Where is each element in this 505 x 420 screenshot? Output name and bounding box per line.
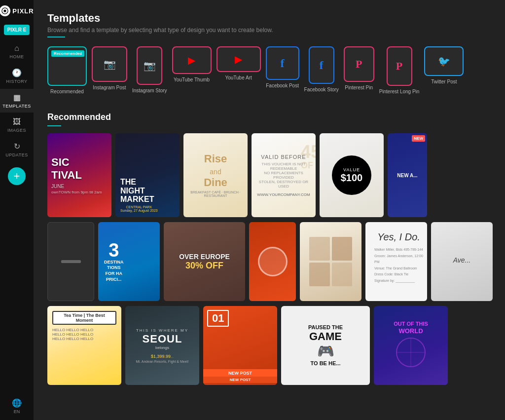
type-label-recommended: Recommended bbox=[50, 89, 84, 94]
sidebar-item-history[interactable]: 🕐 HISTORY bbox=[0, 64, 34, 88]
language-selector[interactable]: 🌐 EN bbox=[12, 398, 22, 414]
language-label: EN bbox=[14, 409, 20, 414]
template-rise-dine[interactable]: RiseandDine BREAKFAST CAFÉ · BRUNCH · RE… bbox=[183, 133, 248, 217]
new-post-badge: NEW POST bbox=[203, 369, 277, 377]
history-icon: 🕐 bbox=[12, 68, 22, 77]
type-img-pinterest-long: P bbox=[387, 46, 412, 86]
template-yes-ido[interactable]: Yes, I Do. Walker Miller, Bids 495-789-1… bbox=[365, 222, 427, 301]
globe-icon: 🌐 bbox=[12, 398, 22, 408]
recommended-underline bbox=[47, 125, 61, 126]
template-orange-fashion[interactable]: 01 NEW POST NEW POST bbox=[203, 306, 277, 385]
facebook-story-icon: f bbox=[320, 59, 324, 72]
template-seoul[interactable]: This is where my SEOUL belongs $1,399.99… bbox=[125, 306, 199, 385]
type-card-facebook-post[interactable]: f Facebook Post bbox=[266, 46, 299, 94]
app-logo[interactable]: PIXLR bbox=[0, 0, 34, 22]
type-img-instagram-story: 📷 bbox=[137, 46, 162, 85]
type-card-pinterest-long[interactable]: P Pinterest Long Pin bbox=[379, 46, 420, 94]
template-europe[interactable]: OVER EUROPE 30% OFF bbox=[164, 222, 245, 301]
logo-text: PIXLR bbox=[12, 7, 34, 15]
main-content: Templates Browse and find a template by … bbox=[34, 0, 505, 420]
template-grid-row2: 3 DESTINATIONSFOR HAPRICI... OVER EUROPE… bbox=[47, 222, 493, 301]
type-label-instagram-story: Instagram Story bbox=[132, 88, 167, 93]
type-img-twitter-post: 🐦 bbox=[424, 46, 464, 76]
type-card-facebook-story[interactable]: f Facebook Story bbox=[304, 46, 339, 94]
type-card-instagram-story[interactable]: 📷 Instagram Story bbox=[132, 46, 167, 94]
youtube-thumb-icon: ▶ bbox=[188, 54, 195, 66]
page-subtitle: Browse and find a template by selecting … bbox=[47, 27, 493, 34]
sidebar-item-images-label: IMAGES bbox=[7, 128, 26, 133]
sidebar-item-updates[interactable]: ↻ UPDATES bbox=[0, 138, 34, 161]
youtube-art-icon: ▶ bbox=[235, 53, 242, 65]
type-img-youtube-art: ▶ bbox=[216, 46, 261, 72]
page-title: Templates bbox=[47, 12, 493, 25]
template-teatime[interactable]: Tea Time | The Best Moment HELLO HELLO H… bbox=[47, 306, 121, 385]
instagram-icon: 📷 bbox=[104, 58, 116, 70]
updates-icon: ↻ bbox=[14, 142, 20, 151]
type-card-twitter-post[interactable]: 🐦 Twitter Post bbox=[424, 46, 464, 94]
sidebar-nav: ⌂ HOME 🕐 HISTORY ▦ TEMPLATES 🖼 IMAGES ↻ … bbox=[0, 40, 34, 161]
facebook-post-icon: f bbox=[281, 57, 285, 70]
sidebar-item-home[interactable]: ⌂ HOME bbox=[0, 40, 34, 63]
type-img-youtube-thumb: ▶ bbox=[172, 46, 212, 74]
sidebar: PIXLR PIXLR E ⌂ HOME 🕐 HISTORY ▦ TEMPLAT… bbox=[0, 0, 34, 420]
instagram-story-icon: 📷 bbox=[144, 60, 156, 72]
template-blank[interactable] bbox=[47, 222, 94, 301]
images-icon: 🖼 bbox=[13, 117, 21, 126]
template-night-market[interactable]: THENIGHTMARKET CENTRAL PARKSunday, 27 Au… bbox=[115, 133, 180, 217]
pinterest-long-icon: P bbox=[396, 60, 402, 73]
template-grid-row3: Tea Time | The Best Moment HELLO HELLO H… bbox=[47, 306, 493, 385]
type-img-pinterest-pin: P bbox=[344, 46, 374, 82]
template-grid-row1: SIC TIVAL JUNE ownTOWN from 9pm till 2am… bbox=[47, 133, 493, 217]
template-out-of-world[interactable]: OUT OF THIS WORLD bbox=[374, 306, 448, 385]
title-underline bbox=[47, 37, 65, 38]
type-label-facebook-post: Facebook Post bbox=[266, 83, 299, 88]
template-paused-game[interactable]: PAUSED THE GAME 🎮 TO BE HE... bbox=[281, 306, 370, 385]
type-card-instagram-post[interactable]: 📷 Instagram Post bbox=[92, 46, 127, 94]
type-img-facebook-story: f bbox=[309, 46, 334, 84]
template-collage[interactable] bbox=[300, 222, 361, 301]
type-card-pinterest-pin[interactable]: P Pinterest Pin bbox=[344, 46, 374, 94]
templates-icon: ▦ bbox=[13, 93, 21, 102]
home-icon: ⌂ bbox=[14, 44, 19, 53]
type-card-youtube-art[interactable]: ▶ YouTube Art bbox=[216, 46, 261, 94]
template-cooking[interactable] bbox=[249, 222, 296, 301]
template-wedding[interactable]: Ave... bbox=[431, 222, 493, 301]
twitter-post-icon: 🐦 bbox=[438, 55, 450, 67]
type-label-pinterest-pin: Pinterest Pin bbox=[345, 85, 373, 90]
type-label-instagram-post: Instagram Post bbox=[93, 85, 126, 90]
sidebar-item-templates[interactable]: ▦ TEMPLATES bbox=[0, 89, 34, 113]
type-label-youtube-thumb: YouTube Thumb bbox=[174, 77, 210, 82]
recommended-section-title: Recommended bbox=[47, 112, 493, 122]
sidebar-item-images[interactable]: 🖼 IMAGES bbox=[0, 114, 34, 137]
type-img-facebook-post: f bbox=[266, 46, 299, 80]
type-label-facebook-story: Facebook Story bbox=[304, 87, 339, 92]
template-45off[interactable]: 45 OF VALID BEFORE THIS VOUCHER IS NOT R… bbox=[252, 133, 316, 217]
type-label-pinterest-long: Pinterest Long Pin bbox=[379, 89, 420, 94]
type-label-youtube-art: YouTube Art bbox=[225, 75, 252, 80]
type-img-instagram-post: 📷 bbox=[92, 46, 127, 82]
type-card-recommended[interactable]: Recommended Recommended bbox=[47, 46, 87, 94]
edition-badge[interactable]: PIXLR E bbox=[4, 25, 30, 35]
sidebar-item-history-label: HISTORY bbox=[6, 79, 27, 84]
template-new-a[interactable]: NEW NEW A... bbox=[388, 133, 427, 217]
template-type-selector: Recommended Recommended 📷 Instagram Post… bbox=[47, 46, 493, 98]
sidebar-item-templates-label: TEMPLATES bbox=[2, 104, 31, 109]
sidebar-item-updates-label: UPDATES bbox=[5, 153, 28, 157]
template-destinations[interactable]: 3 DESTINATIONSFOR HAPRICI... bbox=[98, 222, 160, 301]
type-card-youtube-thumb[interactable]: ▶ YouTube Thumb bbox=[172, 46, 212, 94]
logo-icon bbox=[0, 5, 10, 16]
recommended-badge: Recommended bbox=[51, 50, 84, 57]
sidebar-item-home-label: HOME bbox=[10, 54, 24, 59]
add-button[interactable]: + bbox=[8, 167, 26, 185]
template-music-festival[interactable]: SIC TIVAL JUNE ownTOWN from 9pm till 2am bbox=[47, 133, 111, 217]
type-img-recommended: Recommended bbox=[47, 46, 87, 86]
pinterest-pin-icon: P bbox=[356, 58, 362, 71]
type-label-twitter-post: Twitter Post bbox=[431, 79, 457, 84]
template-value100[interactable]: VALUE $100 bbox=[320, 133, 384, 217]
